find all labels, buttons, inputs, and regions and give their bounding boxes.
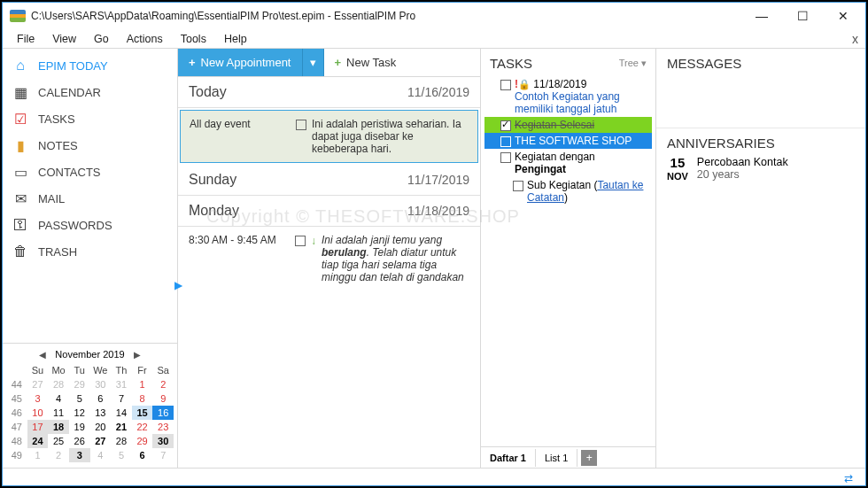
cal-day[interactable]: 26 bbox=[69, 434, 90, 448]
nav-mail[interactable]: ✉MAIL bbox=[3, 185, 177, 212]
cal-day[interactable]: 20 bbox=[90, 420, 112, 434]
day-header[interactable]: Today11/16/2019 bbox=[178, 77, 480, 108]
cal-day[interactable]: 4 bbox=[90, 448, 112, 462]
home-icon: ⌂ bbox=[12, 57, 29, 74]
menu-go[interactable]: Go bbox=[85, 31, 118, 47]
new-appointment-button[interactable]: +New Appointment bbox=[178, 49, 303, 76]
cal-day[interactable]: 9 bbox=[152, 391, 174, 406]
cal-day[interactable]: 23 bbox=[152, 420, 174, 434]
cal-day[interactable]: 29 bbox=[132, 434, 153, 448]
minimize-button[interactable]: — bbox=[741, 4, 782, 28]
cal-day[interactable]: 2 bbox=[152, 377, 174, 391]
right-column: MESSAGES ANNIVERSARIES 15 NOV Percobaan … bbox=[656, 49, 865, 468]
menu-file[interactable]: File bbox=[8, 31, 43, 47]
cal-day[interactable]: 30 bbox=[152, 434, 174, 448]
task-tabs: Daftar 1 List 1 + bbox=[481, 446, 655, 468]
cal-day[interactable]: 8 bbox=[132, 391, 153, 406]
cal-day[interactable]: 6 bbox=[90, 391, 112, 406]
cal-day[interactable]: 11 bbox=[48, 406, 69, 420]
anniv-info[interactable]: Percobaan Kontak 20 years bbox=[697, 156, 788, 182]
cal-day[interactable]: 5 bbox=[111, 448, 132, 462]
cal-day[interactable]: 31 bbox=[111, 377, 132, 391]
nav-epim-today[interactable]: ⌂EPIM TODAY bbox=[3, 52, 177, 79]
cal-day[interactable]: 12 bbox=[69, 406, 90, 420]
cal-day[interactable]: 16 bbox=[152, 406, 174, 420]
menu-view[interactable]: View bbox=[43, 31, 85, 47]
task-row[interactable]: Kegiatan dengan Pengingat bbox=[484, 149, 652, 177]
cal-day[interactable]: 28 bbox=[48, 377, 69, 391]
cal-day[interactable]: 15 bbox=[132, 406, 153, 420]
event-checkbox[interactable] bbox=[296, 120, 306, 130]
cal-day[interactable]: 30 bbox=[90, 377, 112, 391]
menu-actions[interactable]: Actions bbox=[118, 31, 172, 47]
toolbar: +New Appointment ▾ +New Task bbox=[178, 49, 480, 77]
cal-day[interactable]: 19 bbox=[69, 420, 90, 434]
sync-icon[interactable]: ⇄ bbox=[844, 472, 858, 483]
nav-trash[interactable]: 🗑TRASH bbox=[3, 238, 177, 265]
sidebar-expand-icon[interactable]: ▶ bbox=[174, 279, 182, 291]
cal-day[interactable]: 3 bbox=[27, 391, 49, 406]
task-tab[interactable]: Daftar 1 bbox=[481, 449, 536, 467]
task-checkbox[interactable] bbox=[500, 80, 511, 90]
task-checkbox[interactable] bbox=[513, 181, 523, 191]
cal-day[interactable]: 5 bbox=[69, 391, 90, 406]
nav-notes[interactable]: ▮NOTES bbox=[3, 132, 177, 159]
cal-day[interactable]: 7 bbox=[111, 391, 132, 406]
cal-day[interactable]: 10 bbox=[27, 406, 49, 420]
menu-help[interactable]: Help bbox=[215, 31, 256, 47]
cal-prev-icon[interactable]: ◀ bbox=[35, 350, 50, 360]
maximize-button[interactable]: ☐ bbox=[782, 4, 823, 28]
add-tab-button[interactable]: + bbox=[581, 450, 597, 466]
task-checkbox[interactable] bbox=[500, 120, 511, 131]
cal-day[interactable]: 25 bbox=[48, 434, 69, 448]
nav-tasks[interactable]: ☑TASKS bbox=[3, 105, 177, 132]
cal-day[interactable]: 1 bbox=[132, 377, 153, 391]
cal-day[interactable]: 13 bbox=[90, 406, 112, 420]
cal-day[interactable]: 29 bbox=[69, 377, 90, 391]
cal-day[interactable]: 2 bbox=[48, 448, 69, 462]
task-row[interactable]: THE SOFTWARE SHOP bbox=[484, 133, 652, 149]
task-checkbox[interactable] bbox=[500, 136, 511, 147]
menubar-close-icon[interactable]: x bbox=[852, 32, 858, 46]
cal-day[interactable]: 18 bbox=[48, 420, 69, 434]
cal-day[interactable]: 27 bbox=[90, 434, 112, 448]
app-logo-icon bbox=[10, 10, 26, 22]
menu-tools[interactable]: Tools bbox=[172, 31, 215, 47]
cal-day[interactable]: 4 bbox=[48, 391, 69, 406]
cal-day[interactable]: 7 bbox=[152, 448, 174, 462]
event-checkbox[interactable] bbox=[295, 236, 306, 246]
new-task-button[interactable]: +New Task bbox=[324, 49, 407, 76]
task-row[interactable]: Kegiatan Selesai bbox=[484, 117, 652, 133]
close-button[interactable]: ✕ bbox=[823, 4, 864, 28]
cal-day[interactable]: 14 bbox=[111, 406, 132, 420]
cal-day[interactable]: 27 bbox=[27, 377, 49, 391]
cal-day[interactable]: 24 bbox=[27, 434, 49, 448]
tasks-mode[interactable]: Tree ▾ bbox=[619, 58, 647, 69]
task-checkbox[interactable] bbox=[500, 152, 511, 163]
statusbar: ⇄ bbox=[3, 468, 865, 485]
cal-next-icon[interactable]: ▶ bbox=[130, 350, 144, 360]
nav-passwords[interactable]: ⚿PASSWORDS bbox=[3, 212, 177, 238]
cal-title[interactable]: November 2019 bbox=[55, 349, 124, 360]
task-tab[interactable]: List 1 bbox=[536, 449, 577, 467]
cal-day[interactable]: 28 bbox=[111, 434, 132, 448]
calendar-icon: ▦ bbox=[12, 83, 29, 101]
new-appointment-dropdown[interactable]: ▾ bbox=[303, 49, 324, 76]
task-row[interactable]: !🔒 11/18/2019Contoh Kegiatan yang memili… bbox=[484, 76, 652, 117]
nav-calendar[interactable]: ▦CALENDAR bbox=[3, 79, 177, 105]
task-row[interactable]: Sub Kegiatan (Tautan ke Catatan) bbox=[484, 177, 652, 205]
day-header[interactable]: Monday11/18/2019 bbox=[178, 196, 480, 227]
menubar: File View Go Actions Tools Help x bbox=[3, 29, 865, 49]
nav-contacts[interactable]: ▭CONTACTS bbox=[3, 159, 177, 185]
cal-day[interactable]: 21 bbox=[111, 420, 132, 434]
event-row[interactable]: All day eventIni adalah peristiwa sehari… bbox=[180, 110, 478, 163]
cal-day[interactable]: 6 bbox=[132, 448, 153, 462]
nav-label: CALENDAR bbox=[38, 86, 101, 99]
event-row[interactable]: 8:30 AM - 9:45 AM↓Ini adalah janji temu … bbox=[178, 227, 480, 290]
day-header[interactable]: Sunday11/17/2019 bbox=[178, 165, 480, 196]
cal-day[interactable]: 17 bbox=[27, 420, 49, 434]
cal-day[interactable]: 3 bbox=[69, 448, 90, 462]
cal-day[interactable]: 22 bbox=[132, 420, 153, 434]
mail-icon: ✉ bbox=[12, 190, 29, 207]
cal-day[interactable]: 1 bbox=[27, 448, 49, 462]
